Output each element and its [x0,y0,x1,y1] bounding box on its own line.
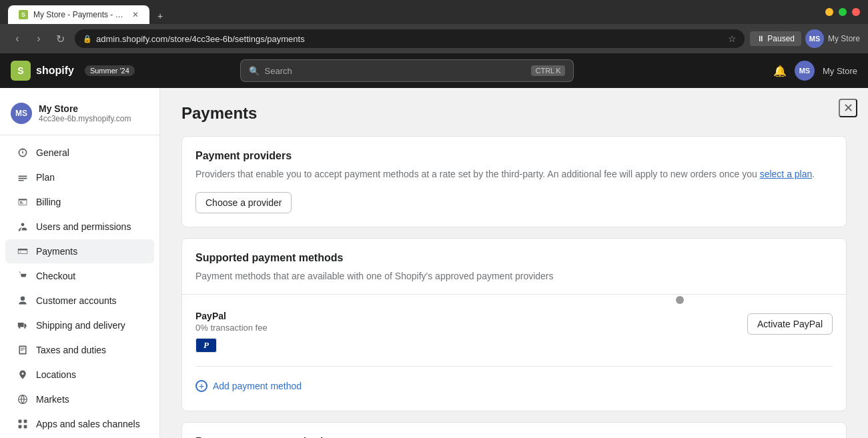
add-payment-label: Add payment method [213,381,302,391]
close-button[interactable]: ✕ [839,99,857,117]
sidebar-store-avatar: MS [11,103,32,124]
checkout-icon [16,269,29,283]
add-payment-method[interactable]: + Add payment method [195,375,833,397]
back-button[interactable]: ‹ [8,29,27,48]
sidebar-item-label: Users and permissions [36,221,131,232]
url-text: admin.shopify.com/store/4cc3ee-6b/settin… [96,34,305,44]
payment-providers-card: Payment providers Providers that enable … [181,136,847,227]
header-search: 🔍 Search CTRL K [240,59,574,82]
sidebar-item-label: Shipping and delivery [36,320,125,331]
address-bar: ‹ › ↻ 🔒 admin.shopify.com/store/4cc3ee-6… [0,24,868,53]
sidebar-store-url: 4cc3ee-6b.myshopify.com [39,114,131,123]
browser-store-name: My Store [828,34,860,43]
summer-badge: Summer '24 [85,65,135,76]
supported-methods-description: Payment methods that are available with … [195,269,833,283]
app-header: S shopify Summer '24 🔍 Search CTRL K 🔔 M… [0,53,868,88]
svg-rect-4 [24,425,27,429]
tab-close-icon[interactable]: ✕ [132,10,139,19]
sidebar-item-plan[interactable]: Plan [5,165,154,189]
paypal-letter: P [203,340,209,351]
search-shortcut: CTRL K [531,65,564,76]
paypal-fee: 0% transaction fee [195,323,739,333]
tab-title: My Store - Payments - Shopify [33,10,127,19]
sidebar-item-label: Markets [36,394,69,405]
sidebar-item-label: Apps and sales channels [36,419,140,429]
bookmark-icon[interactable]: ☆ [728,33,737,44]
payment-capture-card: Payment capture method Payments are auth… [181,422,847,438]
billing-icon [16,195,29,209]
svg-rect-3 [19,425,22,429]
browser-chrome: S My Store - Payments - Shopify ✕ + [0,0,868,24]
sidebar-item-payments[interactable]: Payments [5,239,154,263]
sidebar-item-label: Checkout [36,271,75,281]
active-tab[interactable]: S My Store - Payments - Shopify ✕ [8,5,149,24]
payment-providers-title: Payment providers [195,150,833,162]
paypal-logo-badge: P [195,338,217,353]
activate-paypal-button[interactable]: Activate PayPal [747,313,833,335]
sidebar-item-shipping[interactable]: Shipping and delivery [5,313,154,337]
sidebar-item-customer-accounts[interactable]: Customer accounts [5,289,154,313]
new-tab-button[interactable]: + [152,8,168,24]
refresh-button[interactable]: ↻ [51,29,69,48]
add-payment-icon: + [195,380,207,392]
page-title: Payments [181,104,847,123]
paypal-section: PayPal 0% transaction fee P Activate Pay… [195,305,833,358]
sidebar-item-taxes[interactable]: Taxes and duties [5,338,154,362]
address-right-controls: ⏸ Paused MS My Store [750,29,860,48]
sidebar: MS My Store 4cc3ee-6b.myshopify.com Gene… [0,88,160,438]
methods-divider [182,294,846,295]
sidebar-item-checkout[interactable]: Checkout [5,264,154,288]
supported-methods-title: Supported payment methods [195,252,833,264]
close-window-button[interactable] [852,8,860,16]
users-icon [16,220,29,233]
sidebar-item-label: General [36,147,69,158]
svg-rect-1 [19,420,22,423]
content-area: ✕ Payments Payment providers Providers t… [160,88,868,438]
shipping-icon [16,319,29,332]
header-store-name: My Store [823,66,857,76]
customer-accounts-icon [16,294,29,307]
sidebar-item-apps-channels[interactable]: Apps and sales channels [5,412,154,436]
sidebar-store-info: MS My Store 4cc3ee-6b.myshopify.com [0,96,159,135]
search-placeholder: Search [265,66,292,76]
url-bar[interactable]: 🔒 admin.shopify.com/store/4cc3ee-6b/sett… [75,29,745,48]
header-avatar[interactable]: MS [795,61,815,81]
paypal-info: PayPal 0% transaction fee P [195,311,739,353]
lock-icon: 🔒 [83,35,92,43]
maximize-button[interactable] [839,8,847,16]
select-a-plan-link[interactable]: select a plan [760,169,813,179]
minimize-button[interactable] [825,8,833,16]
paused-button[interactable]: ⏸ Paused [750,31,801,46]
main-layout: MS My Store 4cc3ee-6b.myshopify.com Gene… [0,88,868,438]
sidebar-store-name: My Store [39,103,131,114]
sidebar-item-label: Customer accounts [36,295,117,306]
sidebar-item-billing[interactable]: Billing [5,190,154,214]
sidebar-item-markets[interactable]: Markets [5,387,154,411]
shopify-logo[interactable]: S shopify [11,61,74,81]
tab-favicon: S [19,10,28,19]
search-box[interactable]: 🔍 Search CTRL K [240,59,574,82]
shopify-logo-icon: S [11,61,31,81]
supported-methods-card: Supported payment methods Payment method… [181,238,847,411]
paypal-divider [195,366,833,367]
taxes-icon [16,343,29,357]
sidebar-store-details: My Store 4cc3ee-6b.myshopify.com [39,103,131,123]
paypal-icon-display: P [195,338,739,353]
plan-icon [16,171,29,184]
sidebar-item-general[interactable]: General [5,141,154,165]
nav-buttons: ‹ › ↻ [8,29,69,48]
sidebar-item-users[interactable]: Users and permissions [5,215,154,239]
profile-avatar[interactable]: MS [805,29,824,48]
sidebar-item-label: Billing [36,197,61,207]
paypal-name: PayPal [195,311,739,321]
sidebar-item-label: Locations [36,369,76,380]
shopify-logo-text: shopify [36,65,74,77]
notification-button[interactable]: 🔔 [773,65,787,77]
choose-provider-button[interactable]: Choose a provider [195,192,292,213]
sidebar-item-label: Taxes and duties [36,345,106,355]
sidebar-item-label: Plan [36,172,55,183]
apps-channels-icon [16,417,29,431]
sidebar-item-locations[interactable]: Locations [5,363,154,387]
forward-button[interactable]: › [29,29,48,48]
payments-icon [16,245,29,258]
